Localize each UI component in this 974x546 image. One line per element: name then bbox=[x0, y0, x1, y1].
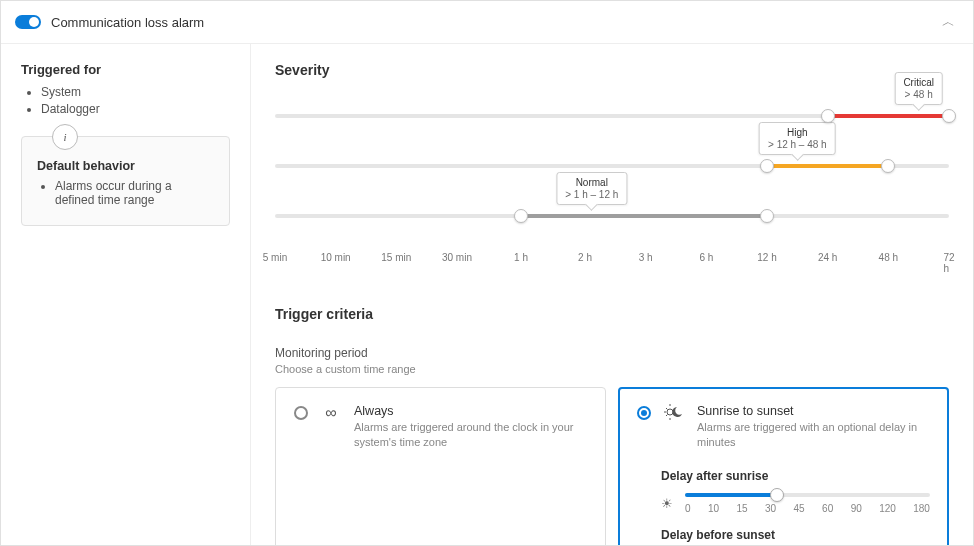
svg-line-4 bbox=[666, 408, 667, 409]
slider-handle[interactable] bbox=[821, 109, 835, 123]
slider-handle[interactable] bbox=[881, 159, 895, 173]
axis-tick: 5 min bbox=[263, 252, 287, 263]
sunrise-sunset-icon bbox=[663, 404, 685, 424]
tick-label: 45 bbox=[794, 503, 805, 514]
option-sunrise-name: Sunrise to sunset bbox=[697, 404, 930, 418]
monitoring-options: ∞ Always Alarms are triggered around the… bbox=[275, 387, 949, 545]
radio-sunrise-sunset[interactable] bbox=[637, 406, 651, 420]
axis-tick: 6 h bbox=[699, 252, 713, 263]
radio-always[interactable] bbox=[294, 406, 308, 420]
monitoring-period-hint: Choose a custom time range bbox=[275, 363, 949, 375]
svg-point-0 bbox=[667, 409, 673, 415]
slider-fill bbox=[767, 164, 888, 168]
triggered-for-list: System Datalogger bbox=[21, 85, 230, 116]
tick-label: 60 bbox=[822, 503, 833, 514]
default-behavior-card: i Default behavior Alarms occur during a… bbox=[21, 136, 230, 226]
severity-tooltip: Critical> 48 h bbox=[894, 72, 943, 105]
main-content: Severity Critical> 48 hHigh> 12 h – 48 h… bbox=[251, 44, 973, 545]
triggered-for-title: Triggered for bbox=[21, 62, 230, 77]
severity-row-normal[interactable]: Normal> 1 h – 12 h bbox=[275, 202, 949, 246]
tick-label: 30 bbox=[765, 503, 776, 514]
sun-icon: ☀ bbox=[661, 496, 675, 511]
sidebar: Triggered for System Datalogger i Defaul… bbox=[1, 44, 251, 545]
option-always-desc: Alarms are triggered around the clock in… bbox=[354, 420, 587, 451]
tick-label: 90 bbox=[851, 503, 862, 514]
severity-sliders: Critical> 48 hHigh> 12 h – 48 hNormal> 1… bbox=[275, 102, 949, 292]
alarm-panel: Communication loss alarm ︿ Triggered for… bbox=[0, 0, 974, 546]
axis-tick: 24 h bbox=[818, 252, 837, 263]
severity-tooltip: High> 12 h – 48 h bbox=[759, 122, 836, 155]
slider-handle[interactable] bbox=[760, 209, 774, 223]
slider-handle[interactable] bbox=[942, 109, 956, 123]
delay-after-sunrise-label: Delay after sunrise bbox=[661, 469, 930, 483]
panel-body: Triggered for System Datalogger i Defaul… bbox=[1, 44, 973, 545]
option-always[interactable]: ∞ Always Alarms are triggered around the… bbox=[275, 387, 606, 545]
axis-tick: 2 h bbox=[578, 252, 592, 263]
monitoring-period-label: Monitoring period bbox=[275, 346, 949, 360]
tick-label: 15 bbox=[737, 503, 748, 514]
option-sunrise-sunset[interactable]: Sunrise to sunset Alarms are triggered w… bbox=[618, 387, 949, 545]
slider-fill bbox=[828, 114, 949, 118]
axis-tick: 30 min bbox=[442, 252, 472, 263]
list-item: System bbox=[41, 85, 230, 99]
option-sunrise-desc: Alarms are triggered with an optional de… bbox=[697, 420, 930, 451]
severity-title: Severity bbox=[275, 62, 949, 78]
severity-axis: 5 min10 min15 min30 min1 h2 h3 h6 h12 h2… bbox=[275, 252, 949, 272]
default-behavior-list: Alarms occur during a defined time range bbox=[37, 179, 214, 207]
slider-handle[interactable] bbox=[770, 488, 784, 502]
tick-label: 0 bbox=[685, 503, 691, 514]
panel-header: Communication loss alarm ︿ bbox=[1, 1, 973, 44]
enable-toggle[interactable] bbox=[15, 15, 41, 29]
collapse-icon[interactable]: ︿ bbox=[938, 9, 959, 35]
slider-fill bbox=[685, 493, 777, 497]
slider-ticks: 0101530456090120180 bbox=[685, 503, 930, 514]
axis-tick: 72 h bbox=[943, 252, 954, 274]
delay-settings: Delay after sunrise ☀ 010153045609012018… bbox=[637, 469, 930, 545]
info-icon: i bbox=[52, 124, 78, 150]
option-always-name: Always bbox=[354, 404, 587, 418]
delay-before-sunset-label: Delay before sunset bbox=[661, 528, 930, 542]
tick-label: 180 bbox=[913, 503, 930, 514]
slider-handle[interactable] bbox=[760, 159, 774, 173]
axis-tick: 1 h bbox=[514, 252, 528, 263]
severity-row-critical[interactable]: Critical> 48 h bbox=[275, 102, 949, 146]
slider-fill bbox=[521, 214, 767, 218]
axis-tick: 12 h bbox=[757, 252, 776, 263]
axis-tick: 10 min bbox=[321, 252, 351, 263]
default-behavior-title: Default behavior bbox=[37, 159, 214, 173]
slider-track bbox=[685, 493, 930, 497]
slider-handle[interactable] bbox=[514, 209, 528, 223]
panel-title: Communication loss alarm bbox=[51, 15, 938, 30]
tick-label: 10 bbox=[708, 503, 719, 514]
svg-line-5 bbox=[666, 415, 667, 416]
axis-tick: 3 h bbox=[639, 252, 653, 263]
delay-after-sunrise-slider[interactable]: ☀ 0101530456090120180 bbox=[661, 493, 930, 514]
list-item: Alarms occur during a defined time range bbox=[55, 179, 214, 207]
list-item: Datalogger bbox=[41, 102, 230, 116]
infinity-icon: ∞ bbox=[320, 404, 342, 422]
axis-tick: 48 h bbox=[879, 252, 898, 263]
axis-tick: 15 min bbox=[381, 252, 411, 263]
trigger-criteria-title: Trigger criteria bbox=[275, 306, 949, 322]
severity-tooltip: Normal> 1 h – 12 h bbox=[556, 172, 627, 205]
tick-label: 120 bbox=[879, 503, 896, 514]
